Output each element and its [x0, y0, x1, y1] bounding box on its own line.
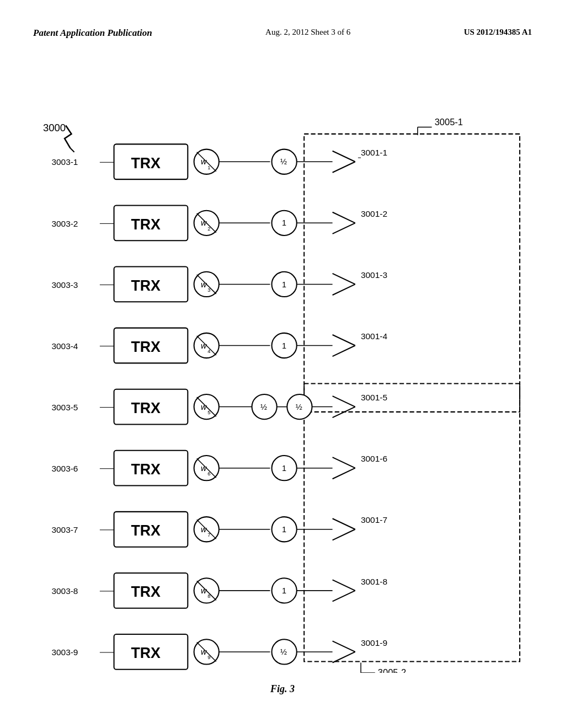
svg-text:1: 1 [282, 464, 286, 473]
page-header: Patent Application Publication Aug. 2, 2… [0, 28, 565, 39]
svg-line-112 [333, 529, 355, 540]
svg-text:3001-9: 3001-9 [361, 638, 387, 647]
svg-text:½: ½ [296, 403, 302, 411]
svg-text:TRX: TRX [131, 155, 161, 172]
svg-text:1: 1 [282, 341, 286, 350]
svg-text:3003-9: 3003-9 [51, 647, 78, 657]
svg-line-127 [333, 591, 355, 602]
svg-line-48 [333, 274, 355, 285]
svg-line-96 [333, 457, 355, 468]
svg-text:½: ½ [260, 403, 267, 411]
svg-text:3001-8: 3001-8 [361, 577, 387, 586]
svg-line-34 [333, 223, 355, 234]
svg-text:TRX: TRX [131, 277, 161, 294]
svg-text:TRX: TRX [131, 400, 161, 416]
svg-line-81 [333, 396, 355, 407]
label-3005-1: 3005-1 [435, 117, 463, 127]
svg-rect-3 [304, 134, 520, 412]
svg-text:3003-8: 3003-8 [51, 586, 78, 596]
svg-text:3003-5: 3003-5 [51, 403, 78, 412]
svg-text:3001-6: 3001-6 [361, 454, 387, 463]
svg-text:1: 1 [282, 218, 286, 227]
svg-text:TRX: TRX [131, 339, 161, 355]
svg-line-141 [333, 641, 355, 652]
svg-text:3001-7: 3001-7 [361, 515, 387, 524]
svg-text:3001-5: 3001-5 [361, 393, 387, 402]
svg-text:3003-2: 3003-2 [51, 219, 78, 228]
svg-text:3001-4: 3001-4 [361, 331, 387, 341]
figure-label: Fig. 3 [270, 683, 295, 695]
svg-text:3003-1: 3003-1 [51, 157, 78, 167]
svg-text:TRX: TRX [131, 584, 161, 600]
label-3000: 3000 [43, 122, 66, 133]
svg-line-63 [333, 335, 355, 346]
svg-line-49 [333, 284, 355, 295]
patent-number-label: US 2012/194385 A1 [464, 28, 532, 37]
svg-line-126 [333, 580, 355, 591]
svg-line-18 [333, 162, 355, 173]
svg-text:1: 1 [282, 525, 286, 534]
svg-text:1: 1 [282, 586, 286, 595]
svg-line-33 [333, 212, 355, 223]
svg-rect-4 [304, 383, 520, 661]
svg-text:1: 1 [282, 280, 286, 289]
svg-line-0 [70, 148, 74, 152]
svg-text:3003-7: 3003-7 [51, 525, 78, 534]
svg-text:3003-6: 3003-6 [51, 464, 78, 473]
svg-line-97 [333, 468, 355, 479]
publication-label: Patent Application Publication [33, 28, 152, 39]
svg-text:TRX: TRX [131, 216, 161, 233]
svg-text:TRX: TRX [131, 645, 161, 661]
svg-line-17 [333, 151, 355, 162]
svg-text:3001-2: 3001-2 [361, 209, 387, 218]
svg-text:½: ½ [280, 647, 287, 656]
svg-line-64 [333, 346, 355, 357]
svg-text:TRX: TRX [131, 461, 161, 478]
svg-line-111 [333, 518, 355, 529]
svg-text:3003-4: 3003-4 [51, 341, 78, 351]
patent-page: Patent Application Publication Aug. 2, 2… [0, 0, 565, 728]
svg-text:3001-1: 3001-1 [361, 148, 387, 157]
diagram-svg: 3000 3005-1 3005-2 TRX w 1 ½ [22, 77, 541, 673]
label-3005-2: 3005-2 [378, 667, 406, 673]
svg-text:3003-3: 3003-3 [51, 280, 78, 290]
svg-text:3001-3: 3001-3 [361, 270, 387, 280]
svg-text:½: ½ [280, 157, 287, 166]
svg-text:TRX: TRX [131, 522, 161, 539]
date-sheet-label: Aug. 2, 2012 Sheet 3 of 6 [265, 28, 350, 37]
